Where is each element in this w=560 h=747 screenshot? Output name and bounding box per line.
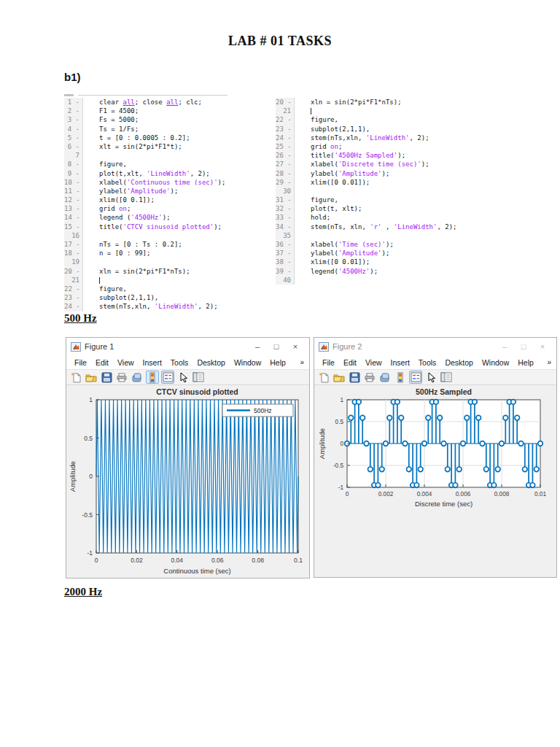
menu-overflow-icon[interactable]: » (547, 358, 553, 366)
figure2-plot-area: 00.0020.0040.0060.0080.0110.50-0.5-1500H… (314, 385, 556, 577)
line-number: 23 - (64, 293, 83, 302)
new-file-icon[interactable] (69, 371, 82, 384)
line-number: 39 - (276, 267, 295, 276)
stem-point (503, 415, 508, 420)
menu-item-edit[interactable]: Edit (91, 358, 113, 367)
code-line: 11 -ylabel('Amplitude'); (64, 187, 276, 196)
y-tick-label: 1 (89, 396, 93, 403)
figure2-titlebar[interactable]: Figure 2 – □ × (314, 338, 556, 355)
insert-colorbar-icon[interactable] (146, 371, 159, 384)
code-text: subplot(2,1,1), (295, 125, 370, 133)
code-line: 1 -clear all; close all; clc; (64, 98, 276, 107)
menu-item-desktop[interactable]: Desktop (440, 358, 478, 367)
legend-box: 500Hz (222, 404, 293, 417)
menu-item-help[interactable]: Help (513, 358, 538, 367)
x-axis-label: Discrete time (sec) (415, 500, 472, 508)
code-line: 7 (64, 151, 276, 160)
stem-point (360, 415, 365, 420)
code-text: plot(t, xlt); (295, 204, 362, 213)
code-line: 30 (276, 187, 503, 196)
new-file-icon[interactable] (317, 371, 330, 384)
code-text: nTs = [0 : Ts : 0.2]; (83, 240, 182, 249)
line-number: 26 - (276, 151, 295, 160)
line-number: 4 - (64, 125, 83, 133)
line-number: 25 - (276, 142, 295, 151)
print-icon[interactable] (115, 371, 128, 384)
line-number: 10 - (64, 178, 83, 187)
insert-colorbar-icon[interactable] (394, 371, 407, 384)
duplicate-figure-icon[interactable] (131, 371, 144, 384)
stem-point (511, 400, 516, 405)
y-tick-label: -1 (87, 549, 93, 557)
line-number: 11 - (64, 187, 83, 196)
code-line: 19 (64, 258, 276, 266)
code-line: 20 -xln = sin(2*pi*F1*nTs); (64, 267, 276, 276)
code-line: 27 -xlabel('Discrete time (sec)'); (276, 160, 503, 169)
menu-item-tools[interactable]: Tools (166, 358, 193, 367)
menu-item-file[interactable]: File (70, 358, 91, 367)
line-number: 13 - (64, 204, 83, 213)
duplicate-figure-icon[interactable] (378, 371, 392, 384)
line-number: 5 - (64, 133, 83, 142)
code-text: figure, (295, 196, 338, 204)
code-text: n = [0 : 99]; (83, 249, 150, 258)
property-editor-icon[interactable] (440, 371, 453, 384)
menu-item-tools[interactable]: Tools (414, 358, 441, 367)
line-number: 6 - (64, 142, 83, 151)
stem-point (491, 483, 497, 488)
code-line: 29 -xlim([0 0.01]); (276, 178, 503, 187)
menu-item-insert[interactable]: Insert (139, 358, 166, 367)
pointer-icon[interactable] (424, 371, 438, 384)
save-icon[interactable] (348, 371, 361, 384)
menu-item-window[interactable]: Window (478, 358, 513, 367)
property-editor-icon[interactable] (192, 371, 205, 384)
open-file-icon[interactable] (332, 371, 346, 384)
close-button[interactable]: × (286, 342, 305, 351)
stem-point (446, 467, 451, 472)
code-text: figure, (83, 160, 127, 169)
stem-point (534, 467, 539, 472)
code-text: legend('4500Hz'); (295, 267, 378, 276)
pointer-icon[interactable] (176, 371, 190, 384)
line-number: 31 - (276, 196, 295, 204)
menu-overflow-icon[interactable]: » (300, 358, 306, 366)
minimize-button[interactable]: – (495, 342, 514, 351)
code-text: xlim([0 0.01]); (295, 258, 370, 266)
stem-point (518, 441, 524, 446)
figure1-titlebar[interactable]: Figure 1 – □ × (66, 338, 309, 355)
stem-point (495, 467, 500, 472)
insert-legend-icon[interactable] (409, 371, 422, 384)
figure1-window-title: Figure 1 (85, 342, 248, 351)
maximize-button[interactable]: □ (267, 342, 286, 351)
stem-point (364, 441, 369, 446)
menu-item-insert[interactable]: Insert (386, 358, 414, 367)
menu-item-edit[interactable]: Edit (339, 358, 361, 367)
menu-item-view[interactable]: View (113, 358, 139, 367)
line-number: 18 - (64, 249, 83, 258)
code-line: 37 -ylabel('Amplitude'); (276, 249, 503, 258)
ctcv-sinusoid-plot: 00.020.040.060.080.110.50-0.5-1CTCV sinu… (66, 385, 309, 578)
code-line: 15 -title('CTCV sinusoid plotted'); (64, 222, 276, 231)
close-button[interactable]: × (533, 342, 552, 351)
print-icon[interactable] (363, 371, 376, 384)
line-number: 16 (64, 231, 83, 240)
open-file-icon[interactable] (85, 371, 98, 384)
y-tick-label: -0.5 (333, 462, 344, 469)
minimize-button[interactable]: – (248, 342, 267, 351)
stem-point (357, 400, 362, 405)
menu-item-view[interactable]: View (361, 358, 386, 367)
menu-item-desktop[interactable]: Desktop (192, 358, 230, 367)
menu-item-file[interactable]: File (318, 358, 339, 367)
save-icon[interactable] (100, 371, 113, 384)
code-text: F1 = 4500; (83, 107, 139, 115)
menu-item-window[interactable]: Window (230, 358, 265, 367)
code-text: stem(nTs,xln, 'LineWidth', 2); (295, 133, 429, 142)
line-number: 22 - (64, 285, 83, 293)
code-listing-left: 1 -clear all; close all; clc;2 -F1 = 450… (64, 98, 276, 311)
code-line: 18 -n = [0 : 99]; (64, 249, 276, 258)
menu-item-help[interactable]: Help (265, 358, 290, 367)
line-number: 33 - (276, 213, 295, 222)
insert-legend-icon[interactable] (161, 371, 174, 384)
stem-point (515, 415, 520, 420)
maximize-button[interactable]: □ (514, 342, 533, 351)
